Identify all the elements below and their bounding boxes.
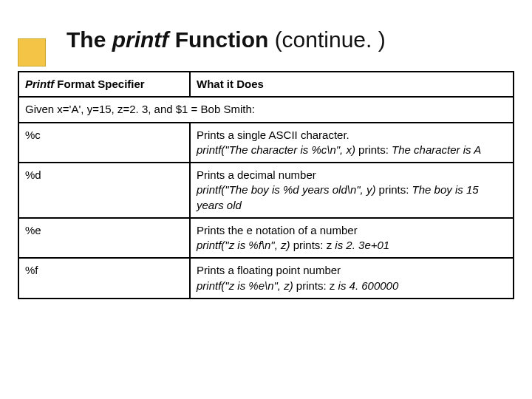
example-tail: is 2. 3e+01 (335, 239, 389, 251)
example-prints: prints: (358, 143, 392, 156)
table-row: %c Prints a single ASCII character. prin… (18, 123, 514, 163)
spec-cell: %f (18, 258, 190, 299)
given-row: Given x='A', y=15, z=2. 3, and $1 = Bob … (18, 97, 514, 122)
desc-cell: Prints a floating point number printf("z… (190, 258, 514, 299)
example-ital: printf("z is %f\n", z) (197, 239, 293, 251)
table-header-row: Printf Format Specifier What it Does (18, 72, 514, 97)
desc-cell: Prints the e notation of a number printf… (190, 218, 514, 259)
format-specifier-table: Printf Format Specifier What it Does Giv… (18, 71, 514, 299)
example-ital: printf("The character is %c\n", x) (197, 143, 358, 156)
desc-plain: Prints a floating point number (197, 263, 507, 278)
example-prints: prints: (379, 183, 412, 196)
desc-plain: Prints a single ASCII character. (197, 128, 507, 143)
header-col1-rest: Format Specifier (54, 78, 145, 90)
spec-cell: %e (18, 218, 190, 259)
page-title: The printf Function (continue. ) (66, 27, 532, 53)
table-row: %e Prints the e notation of a number pri… (18, 218, 514, 259)
desc-example: printf("z is %f\n", z) prints: z is 2. 3… (197, 238, 507, 253)
title-area: The printf Function (continue. ) (0, 0, 532, 71)
accent-square-icon (18, 38, 46, 66)
example-tail: The character is A (392, 143, 481, 156)
header-col1: Printf Format Specifier (18, 72, 190, 97)
desc-example: printf("z is %e\n", z) prints: z is 4. 6… (197, 279, 507, 293)
example-tail: is 4. 600000 (338, 279, 399, 292)
desc-example: printf("The boy is %d years old\n", y) p… (197, 183, 507, 213)
desc-plain: Prints a decimal number (197, 168, 507, 183)
example-ital: printf("The boy is %d years old\n", y) (197, 183, 379, 196)
desc-example: printf("The character is %c\n", x) print… (197, 143, 507, 157)
example-prints: prints: z (293, 239, 335, 251)
title-continue: (continue. ) (268, 27, 385, 52)
table-row: %d Prints a decimal number printf("The b… (18, 163, 514, 218)
example-ital: printf("z is %e\n", z) (197, 279, 296, 292)
spec-cell: %d (18, 163, 190, 218)
header-col1-ital: Printf (25, 78, 54, 90)
desc-cell: Prints a single ASCII character. printf(… (190, 123, 514, 163)
header-col2: What it Does (190, 72, 514, 97)
given-cell: Given x='A', y=15, z=2. 3, and $1 = Bob … (18, 97, 514, 122)
title-post: Function (168, 27, 268, 52)
example-prints: prints: z (296, 279, 338, 292)
title-pre: The (66, 27, 112, 52)
desc-cell: Prints a decimal number printf("The boy … (190, 163, 514, 218)
desc-plain: Prints the e notation of a number (197, 223, 507, 238)
title-ital: printf (112, 27, 169, 52)
spec-cell: %c (18, 123, 190, 163)
table-row: %f Prints a floating point number printf… (18, 258, 514, 299)
